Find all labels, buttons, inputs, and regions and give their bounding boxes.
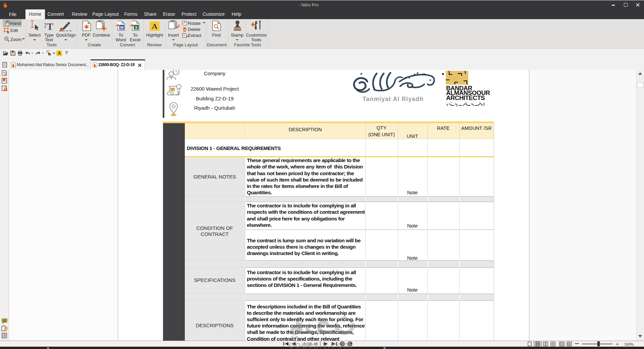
svg-text:W: W (120, 26, 124, 30)
svg-text:T: T (47, 21, 53, 31)
svg-text:X: X (135, 26, 138, 30)
